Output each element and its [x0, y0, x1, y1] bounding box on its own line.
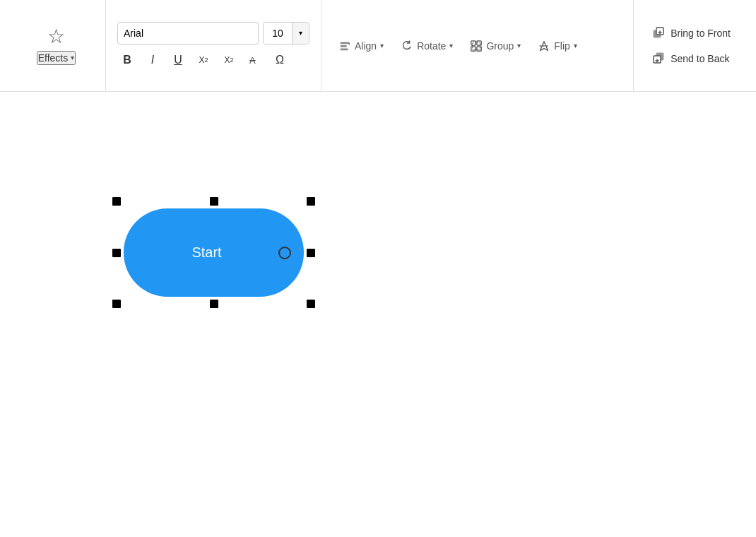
svg-rect-5 [477, 40, 481, 45]
flip-label: Flip [554, 40, 570, 52]
handle-top-left[interactable] [112, 197, 121, 206]
rotate-icon [401, 40, 413, 52]
svg-rect-4 [471, 40, 476, 45]
superscript-button[interactable]: X2 [219, 50, 239, 70]
align-chevron: ▾ [380, 42, 384, 49]
flip-chevron: ▾ [574, 42, 577, 49]
group-chevron: ▾ [517, 42, 521, 49]
shape-container[interactable]: Start [117, 201, 311, 304]
effects-button[interactable]: Effects ▾ [37, 51, 76, 65]
effects-icon: ☆ [47, 27, 65, 47]
rotate-chevron: ▾ [449, 42, 453, 49]
align-button[interactable]: Align ▾ [333, 35, 389, 57]
font-name-input[interactable] [117, 22, 259, 45]
font-size-arrow[interactable]: ▾ [292, 23, 309, 44]
actions-section: Align ▾ Rotate ▾ Group ▾ [321, 0, 634, 91]
strikethrough-button[interactable]: A [244, 50, 264, 70]
handle-bottom-left[interactable] [112, 300, 121, 308]
shape-pill[interactable]: Start [124, 208, 304, 297]
font-size-input[interactable] [264, 23, 292, 44]
send-to-back-label: Send to Back [671, 53, 729, 64]
align-icon [338, 40, 351, 52]
handle-middle-left[interactable] [112, 249, 121, 257]
shape-connector[interactable] [278, 247, 291, 259]
svg-rect-1 [341, 42, 350, 44]
font-size-container: ▾ [263, 22, 309, 45]
send-to-back-button[interactable]: Send to Back [648, 49, 735, 69]
italic-button[interactable]: I [143, 50, 163, 70]
svg-rect-2 [341, 45, 347, 47]
flip-button[interactable]: Flip ▾ [532, 35, 583, 57]
svg-rect-7 [477, 46, 481, 50]
omega-button[interactable]: Ω [270, 50, 290, 70]
font-row1: ▾ [117, 22, 309, 45]
font-row2: B I U X2 X2 A Ω [117, 50, 309, 70]
handle-bottom-right[interactable] [307, 300, 315, 308]
order-section: Bring to Front Send to Back [634, 0, 749, 91]
subscript-button[interactable]: X2 [194, 50, 213, 70]
canvas-white [0, 92, 756, 537]
group-button[interactable]: Group ▾ [464, 35, 526, 57]
toolbar: ☆ Effects ▾ ▾ B I U X2 X2 [0, 0, 756, 92]
handle-top-middle[interactable] [210, 197, 218, 206]
bring-to-front-icon [652, 26, 666, 40]
send-to-back-icon [652, 52, 666, 66]
svg-rect-6 [471, 46, 476, 50]
align-label: Align [355, 40, 377, 52]
flip-icon [538, 40, 550, 52]
group-icon [470, 40, 483, 52]
bold-button[interactable]: B [117, 50, 137, 70]
shape-label: Start [191, 244, 221, 261]
group-label: Group [486, 40, 514, 52]
effects-chevron: ▾ [71, 54, 74, 61]
rotate-button[interactable]: Rotate ▾ [395, 35, 459, 57]
underline-button[interactable]: U [168, 50, 188, 70]
svg-text:A: A [249, 55, 256, 66]
handle-bottom-middle[interactable] [210, 300, 218, 308]
effects-section: ☆ Effects ▾ [7, 0, 106, 91]
handle-middle-right[interactable] [307, 249, 315, 257]
handle-top-right[interactable] [307, 197, 315, 206]
svg-rect-3 [341, 48, 348, 50]
bring-to-front-label: Bring to Front [671, 28, 731, 39]
svg-rect-8 [473, 42, 480, 49]
font-section: ▾ B I U X2 X2 A Ω [106, 0, 321, 91]
rotate-label: Rotate [417, 40, 446, 52]
effects-label-text: Effects [38, 52, 69, 64]
bring-to-front-button[interactable]: Bring to Front [648, 23, 735, 43]
canvas-area[interactable]: Start [0, 92, 756, 537]
